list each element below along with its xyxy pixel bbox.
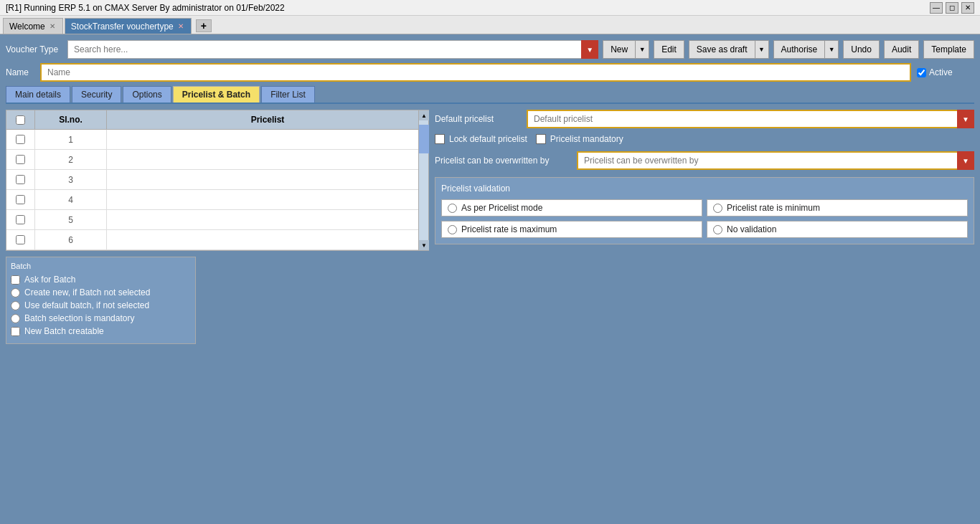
table-row: 4: [6, 190, 428, 210]
checkboxes-row: Lock default pricelist Pricelist mandato…: [435, 134, 974, 144]
table-row: 2: [6, 150, 428, 170]
title-text: [R1] Running ERP 5.1 on CMAX Server By a…: [6, 3, 285, 13]
name-row: Name Active: [6, 63, 974, 82]
pv-grid: As per Pricelist mode Pricelist rate is …: [441, 199, 968, 238]
overwritten-input[interactable]: [577, 151, 974, 170]
pricelist-table-panel: Sl.no. Pricelist ▲ ▼ 1: [6, 110, 429, 251]
lock-default-checkbox[interactable]: [435, 134, 445, 144]
batch-mandatory-label: Batch selection is mandatory: [24, 313, 134, 323]
batch-new-creatable: New Batch creatable: [11, 326, 191, 336]
tab-security[interactable]: Security: [72, 86, 121, 103]
create-new-label: Create new, if Batch not selected: [24, 287, 150, 297]
create-new-radio[interactable]: [11, 288, 20, 297]
no-validation-radio[interactable]: [713, 225, 722, 234]
form-tabs: Main details Security Options Pricelist …: [6, 86, 974, 104]
tab-filter-list[interactable]: Filter List: [261, 86, 315, 103]
radio-no-validation: No validation: [707, 221, 968, 238]
voucher-search-input[interactable]: [67, 40, 598, 59]
radio-rate-minimum: Pricelist rate is minimum: [707, 199, 968, 216]
template-button[interactable]: Template: [923, 40, 974, 59]
row1-pricelist[interactable]: [107, 130, 428, 149]
tab-stocktransfer[interactable]: StockTransfer vouchertype ✕: [65, 18, 192, 34]
batch-create-new: Create new, if Batch not selected: [11, 287, 191, 297]
minimize-button[interactable]: —: [930, 2, 943, 14]
overwritten-wrap: ▼: [577, 151, 974, 170]
ask-for-batch-checkbox[interactable]: [11, 275, 20, 285]
voucher-type-label: Voucher Type: [6, 44, 63, 54]
tab-welcome[interactable]: Welcome ✕: [3, 18, 63, 34]
row6-checkbox[interactable]: [6, 230, 35, 249]
th-checkbox: [6, 110, 35, 129]
rate-minimum-radio[interactable]: [713, 204, 722, 213]
scrollbar-thumb[interactable]: [419, 125, 429, 153]
batch-mandatory-radio[interactable]: [11, 314, 20, 323]
audit-button[interactable]: Audit: [884, 40, 919, 59]
save-draft-button[interactable]: Save as draft: [689, 41, 755, 58]
table-row: 3: [6, 170, 428, 190]
lock-default-label: Lock default pricelist: [449, 134, 527, 144]
tab-pricelist-batch[interactable]: Pricelist & Batch: [173, 86, 260, 103]
default-pricelist-wrap: ▼: [527, 110, 974, 128]
pricelist-mandatory-label: Pricelist mandatory: [550, 134, 623, 144]
authorise-arrow[interactable]: ▼: [825, 41, 838, 58]
row3-slno: 3: [35, 170, 107, 189]
table-row: 5: [6, 210, 428, 230]
row1-checkbox[interactable]: [6, 130, 35, 149]
no-validation-label: No validation: [727, 224, 776, 234]
row5-pricelist[interactable]: [107, 210, 428, 229]
authorise-split: Authorise ▼: [773, 40, 839, 59]
radio-rate-maximum: Pricelist rate is maximum: [441, 221, 702, 238]
active-label: Active: [929, 67, 958, 77]
active-checkbox[interactable]: [917, 68, 926, 77]
overwritten-arrow[interactable]: ▼: [957, 151, 974, 170]
row3-checkbox[interactable]: [6, 170, 35, 189]
default-pricelist-input[interactable]: [527, 110, 974, 128]
pricelist-validation: Pricelist validation As per Pricelist mo…: [435, 177, 974, 244]
tab-welcome-close[interactable]: ✕: [48, 22, 57, 31]
pv-title: Pricelist validation: [441, 184, 968, 194]
row4-checkbox[interactable]: [6, 190, 35, 209]
row2-pricelist[interactable]: [107, 150, 428, 169]
table-scrollbar[interactable]: ▲ ▼: [418, 110, 428, 250]
authorise-button[interactable]: Authorise: [774, 41, 826, 58]
new-batch-creatable-label: New Batch creatable: [24, 326, 104, 336]
overwritten-row: Pricelist can be overwritten by ▼: [435, 151, 974, 170]
default-pricelist-arrow[interactable]: ▼: [957, 110, 974, 128]
default-pricelist-row: Default pricelist ▼: [435, 110, 974, 128]
restore-button[interactable]: ◻: [946, 2, 958, 14]
voucher-search-dropdown[interactable]: ▼: [581, 40, 598, 59]
use-default-radio[interactable]: [11, 301, 20, 310]
name-input[interactable]: [40, 63, 911, 82]
as-per-mode-radio[interactable]: [448, 204, 457, 213]
row4-pricelist[interactable]: [107, 190, 428, 209]
default-pricelist-label: Default pricelist: [435, 114, 521, 124]
rate-maximum-radio[interactable]: [448, 225, 457, 234]
new-button-arrow[interactable]: ▼: [636, 41, 649, 58]
pricelist-mandatory-item: Pricelist mandatory: [536, 134, 623, 144]
row6-pricelist[interactable]: [107, 230, 428, 249]
table-row: 6: [6, 230, 428, 250]
select-all-checkbox[interactable]: [16, 115, 25, 125]
scroll-down-arrow[interactable]: ▼: [419, 240, 429, 250]
row5-checkbox[interactable]: [6, 210, 35, 229]
row2-slno: 2: [35, 150, 107, 169]
new-button[interactable]: New: [603, 41, 636, 58]
batch-use-default: Use default batch, if not selected: [11, 300, 191, 310]
tab-main-details[interactable]: Main details: [6, 86, 70, 103]
close-button[interactable]: ✕: [961, 2, 974, 14]
tab-welcome-label: Welcome: [9, 22, 45, 32]
edit-button[interactable]: Edit: [654, 40, 684, 59]
undo-button[interactable]: Undo: [843, 40, 880, 59]
row2-checkbox[interactable]: [6, 150, 35, 169]
tab-options[interactable]: Options: [123, 86, 171, 103]
row3-pricelist[interactable]: [107, 170, 428, 189]
tab-add-button[interactable]: +: [196, 19, 212, 32]
new-batch-creatable-checkbox[interactable]: [11, 327, 20, 336]
table-row: 1: [6, 130, 428, 150]
row5-slno: 5: [35, 210, 107, 229]
save-draft-arrow[interactable]: ▼: [755, 41, 768, 58]
tab-stocktransfer-close[interactable]: ✕: [176, 22, 185, 31]
row1-slno: 1: [35, 130, 107, 149]
pricelist-mandatory-checkbox[interactable]: [536, 134, 546, 144]
scroll-up-arrow[interactable]: ▲: [419, 110, 429, 120]
